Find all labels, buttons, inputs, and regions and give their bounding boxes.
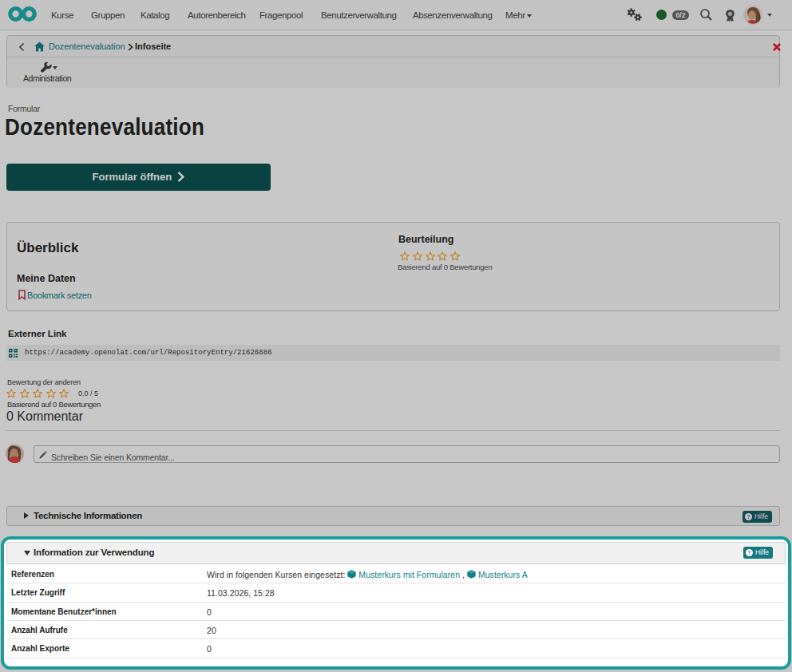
svg-text:?: ? [748, 550, 751, 555]
svg-text:?: ? [747, 514, 750, 520]
